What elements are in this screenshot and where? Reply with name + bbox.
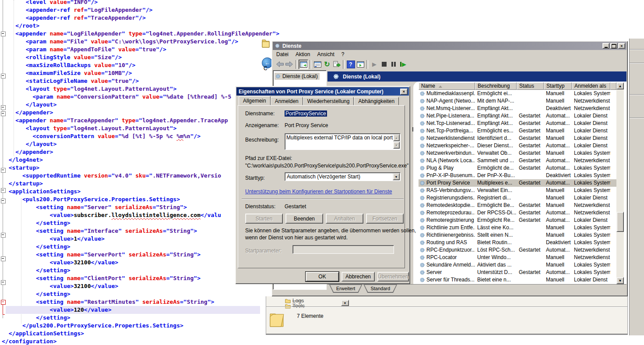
code-line: <appender-ref ref="TraceAppender"/> <box>2 14 146 22</box>
table-row[interactable]: Net.Pipe-Listenera...Empfängt Akt...Gest… <box>419 112 616 120</box>
menu-item-ansicht[interactable]: Ansicht <box>313 50 338 58</box>
fold-toggle[interactable] <box>1 32 6 36</box>
services-window-titlebar[interactable]: Dienste × <box>273 42 626 50</box>
scroll-up-icon[interactable]: ▲ <box>616 82 624 89</box>
tab-allgemein[interactable]: Allgemein <box>239 96 271 105</box>
dienstname-value[interactable]: PortProxyService <box>285 110 327 117</box>
code-line: </appender> <box>2 148 53 156</box>
forward-icon[interactable] <box>285 60 294 69</box>
fold-toggle[interactable] <box>1 168 6 173</box>
column-header-anmelden_als[interactable]: Anmelden als <box>572 82 610 90</box>
column-header-starttyp[interactable]: Starttyp <box>544 82 572 90</box>
table-row[interactable]: Routing und RASBietet Routin...Deaktivie… <box>419 239 616 246</box>
fold-toggle[interactable] <box>1 280 6 285</box>
maximize-button[interactable] <box>610 43 617 49</box>
fold-toggle[interactable] <box>1 256 6 261</box>
cell-name: Registrierungsdiens... <box>419 194 475 202</box>
table-row[interactable]: Netzwerkverbindun...Verwaltet Ob...Gesta… <box>419 149 616 157</box>
minimize-button[interactable] <box>602 43 609 49</box>
menu-item-datei[interactable]: Datei <box>273 50 292 58</box>
cell-status: Gestartet <box>517 164 544 172</box>
table-row[interactable]: Netzwerkspeicher-...Dieser Dienst...Gest… <box>419 142 616 149</box>
dropdown-button[interactable]: ▼ <box>341 300 349 306</box>
table-row[interactable]: Net.Tcp-Portfreiga...Ermöglicht es...Ges… <box>419 127 616 135</box>
fold-toggle[interactable] <box>1 199 6 203</box>
folder-list-item[interactable]: Tools <box>285 303 305 309</box>
vertical-scrollbar[interactable]: ▲ ▼ <box>616 82 624 284</box>
table-row[interactable]: NLA (Network Loca...Sammelt und ...Gesta… <box>419 157 616 164</box>
start-service-icon[interactable]: ▶ <box>370 60 379 69</box>
table-row[interactable]: RPC-Endpunktzuor...Löst RPC-Sch...Gestar… <box>419 246 616 254</box>
table-row[interactable]: Net.Msmq-Listener...Empfängt Akt...Deakt… <box>419 105 616 112</box>
restart-service-icon[interactable]: ▶ <box>398 60 408 69</box>
scroll-down-icon[interactable]: ▼ <box>616 277 624 284</box>
cell-beschreibung: Empfängt Akt... <box>475 120 517 127</box>
dienststatus-value: Gestartet <box>285 203 306 210</box>
table-row[interactable]: RemoteregistrierungErmöglicht Re...Gesta… <box>419 217 616 224</box>
close-button[interactable]: × <box>618 43 625 49</box>
view-tab-erweitert[interactable]: Erweitert <box>329 285 362 293</box>
help-icon[interactable]: ? <box>346 60 355 69</box>
ok-button[interactable]: OK <box>306 272 339 281</box>
fold-toggle[interactable] <box>1 74 6 78</box>
column-header-status[interactable]: Status <box>517 82 544 90</box>
show-console-tree-icon[interactable] <box>299 60 308 69</box>
tab-wiederherstellung[interactable]: Wiederherstellung <box>303 97 354 105</box>
fold-toggle[interactable] <box>1 188 6 193</box>
fold-toggle[interactable] <box>1 300 6 305</box>
startoptions-help-link[interactable]: Unterstützung beim Konfigurieren der Sta… <box>245 189 392 195</box>
abbrechen-button[interactable]: Abbrechen <box>341 272 375 281</box>
fold-toggle[interactable] <box>1 233 6 238</box>
export-list-icon[interactable] <box>332 60 341 69</box>
table-row[interactable]: Richtlinienergebniss...Stellt einen N...… <box>419 231 616 239</box>
table-row[interactable]: Server für Threads...Bietet eine n...Man… <box>419 276 616 284</box>
beenden-button[interactable]: Beenden <box>285 213 323 224</box>
cell-anmelden_als: Lokaler Dienst <box>572 135 610 142</box>
table-row[interactable]: Plug & PlayErmöglicht de...GestartetAuto… <box>419 164 616 172</box>
table-row[interactable]: Port Proxy ServiceMultiplexes e...Gestar… <box>419 179 616 187</box>
starten-button: Starten <box>245 213 283 224</box>
fold-toggle[interactable] <box>1 111 6 116</box>
taskpad-view-icon[interactable] <box>355 60 365 69</box>
table-row[interactable]: Remotedesktopdie...Ermöglicht Be...Gesta… <box>419 202 616 209</box>
cell-status <box>517 105 544 112</box>
menu-item-aktion[interactable]: Aktion <box>292 50 313 58</box>
pause-service-icon[interactable] <box>389 60 398 69</box>
tab-abhängigkeiten[interactable]: Abhängigkeiten <box>354 97 399 105</box>
services-table[interactable]: Multimediaklassenpl...Ermöglicht ei...Ma… <box>419 90 616 284</box>
chevron-down-icon[interactable]: ▼ <box>393 173 400 180</box>
tab-anmelden[interactable]: Anmelden <box>271 97 303 105</box>
dialog-titlebar[interactable]: Eigenschaften von Port Proxy Service (Lo… <box>236 87 409 96</box>
view-tab-standard[interactable]: Standard <box>363 285 397 293</box>
tree-item-dienste-lokal[interactable]: Dienste (Lokal) <box>274 73 320 80</box>
table-row[interactable]: Net.Tcp-Listenerad...Empfängt Akt...Gest… <box>419 120 616 127</box>
splitter-handle[interactable] <box>412 127 413 132</box>
table-row[interactable]: PnP-X-IP-Busenum...Der PnP-X-Bu...Deakti… <box>419 172 616 179</box>
startparameter-input[interactable] <box>292 245 394 254</box>
table-row[interactable]: ServerUnterstützt D...GestartetAutomat..… <box>419 269 616 276</box>
table-row[interactable]: Sekundäre Anmeld...Aktiviert das ...Manu… <box>419 261 616 269</box>
table-row[interactable]: NAP-Agent (Netwo...Mit dem NAP-...Manuel… <box>419 97 616 105</box>
table-row[interactable]: Multimediaklassenpl...Ermöglicht ei...Ma… <box>419 90 616 97</box>
stop-service-icon[interactable] <box>379 60 389 69</box>
properties-icon[interactable] <box>313 60 322 69</box>
beschreibung-textarea[interactable]: Multiplexes external TCP/IP data on loca… <box>285 133 401 150</box>
scroll-up-icon[interactable]: ▲ <box>393 134 400 141</box>
fold-toggle[interactable] <box>1 105 6 110</box>
scrollbar-thumb[interactable] <box>616 212 624 232</box>
starttyp-combobox[interactable]: Automatisch (Verzögerter Start) ▼ <box>285 172 401 181</box>
column-header-name[interactable]: Name <box>419 82 475 90</box>
table-row[interactable]: Registrierungsdiens...Registriert di...M… <box>419 194 616 202</box>
table-row[interactable]: Remoteprozedurau...Der RPCSS-Di...Gestar… <box>419 209 616 217</box>
back-icon[interactable] <box>275 60 285 69</box>
table-row[interactable]: NetzwerklistendienstIdentifiziert d...Ge… <box>419 135 616 142</box>
scroll-down-icon[interactable]: ▼ <box>393 142 400 149</box>
code-line: </applicationSettings> <box>2 330 84 338</box>
refresh-icon[interactable]: ↻ <box>322 60 332 69</box>
column-header-beschreibung[interactable]: Beschreibung <box>475 82 517 90</box>
table-row[interactable]: RAS-Verbindungsv...Verwaltet Ein...Manue… <box>419 187 616 194</box>
table-row[interactable]: RPC-LocatorUnter Windo...ManuellNetzwerk… <box>419 254 616 261</box>
menu-item-?[interactable]: ? <box>338 50 348 58</box>
close-icon[interactable]: × <box>400 89 408 95</box>
table-row[interactable]: Richtlinie zum Entfe...Lässt eine Ko...M… <box>419 224 616 231</box>
